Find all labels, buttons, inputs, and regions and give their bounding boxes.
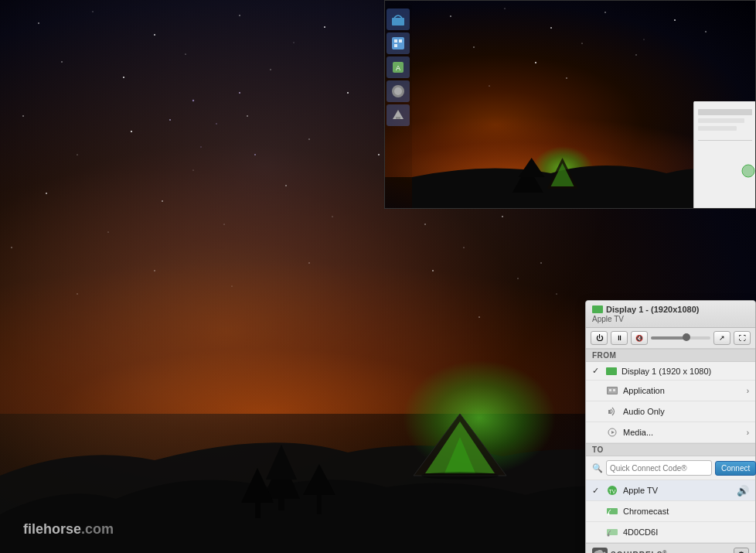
svg-point-9 [270,69,271,70]
svg-point-30 [169,119,171,121]
panel-title-row: Display 1 - (1920x1080) [592,305,749,314]
svg-rect-90 [613,389,615,391]
svg-point-14 [247,115,248,117]
svg-marker-93 [611,431,615,434]
media-arrow: › [747,428,749,437]
filehorse-text: filehorse [23,521,81,537]
svg-rect-83 [698,118,744,123]
svg-point-99 [608,534,610,537]
svg-point-54 [450,15,451,17]
apple-tv-label: Apple TV [623,486,732,495]
desktop-icon-4 [387,80,410,102]
svg-point-64 [705,31,707,32]
svg-rect-89 [609,389,611,391]
svg-point-62 [674,19,676,21]
section-to-label: TO [586,443,755,456]
audio-only-item[interactable]: Audio Only [586,401,755,422]
svg-point-66 [566,77,567,79]
svg-point-12 [131,131,132,132]
svg-point-21 [11,247,12,247]
mute-button[interactable]: 🔇 [631,331,648,345]
fullscreen-button[interactable]: ⛶ [734,331,751,345]
quick-connect-icon: 🔍 [592,463,603,473]
media-label: Media... [623,428,742,437]
svg-point-25 [192,100,194,101]
application-arrow: › [747,387,749,395]
svg-point-8 [324,26,325,28]
device3-label: 4D0CD6I [623,527,749,537]
svg-rect-80 [396,117,400,119]
svg-point-31 [424,224,426,225]
volume-handle[interactable] [683,333,690,341]
quick-connect-input[interactable] [606,460,712,476]
svg-point-15 [308,138,309,139]
display1-item[interactable]: ✓ Display 1 (1920 x 1080) [586,362,755,381]
device3-icon [606,526,618,538]
chromecast-label: Chromecast [623,507,749,516]
svg-point-65 [489,85,489,86]
application-label: Application [623,386,742,395]
svg-point-86 [742,165,754,177]
pause-button[interactable]: ⏸ [611,331,628,345]
svg-point-11 [77,154,77,155]
filehorse-com: .com [81,521,114,537]
panel-bottom: SQUIRRELS® ▪▪▪ ⚙ [586,543,755,553]
display-icon [592,306,603,313]
svg-rect-73 [394,39,397,43]
svg-point-55 [504,8,505,9]
desktop-icon-5 [387,104,410,126]
svg-point-4 [294,43,295,43]
svg-rect-82 [698,109,752,115]
svg-point-97 [608,514,610,516]
svg-point-61 [581,43,582,43]
media-icon [606,426,618,439]
svg-point-20 [347,92,349,94]
svg-rect-71 [392,18,404,26]
chromecast-item[interactable]: Chromecast [586,501,755,522]
svg-point-16 [46,193,47,194]
svg-point-2 [154,34,155,36]
svg-text:TV: TV [609,489,616,494]
svg-point-7 [185,53,186,54]
squirrels-logo: SQUIRRELS® [592,548,715,553]
apple-tv-item[interactable]: ✓ TV Apple TV 🔊 [586,480,755,501]
svg-point-1 [92,11,93,12]
svg-point-53 [421,472,499,480]
svg-point-17 [107,231,108,232]
quick-connect-row: 🔍 Connect [586,456,755,480]
svg-point-28 [200,146,201,147]
gear-button[interactable]: ⚙ [734,548,749,553]
svg-point-60 [535,62,536,63]
preview-panel [693,101,755,209]
application-item[interactable]: Application › [586,381,755,401]
svg-rect-84 [698,126,737,131]
svg-point-32 [463,247,464,247]
power-button[interactable]: ⏻ [591,331,608,345]
svg-point-18 [162,200,163,202]
svg-point-13 [193,170,194,171]
wifi-icon: ▪▪▪ [720,550,729,553]
device3-item[interactable]: 4D0CD6I [586,522,755,543]
check-apple-tv: ✓ [592,486,601,496]
desktop-icon-3: A [387,56,410,78]
svg-rect-74 [399,39,402,43]
squirrels-icon [592,548,608,553]
volume-slider[interactable] [651,336,710,340]
connect-button[interactable]: Connect [715,461,756,476]
svg-rect-72 [392,37,404,49]
svg-rect-91 [608,410,611,414]
svg-point-33 [502,216,503,217]
panel-controls: ⏻ ⏸ 🔇 ↗ ⛶ [586,328,755,349]
application-icon [606,384,618,397]
media-item[interactable]: Media... › [586,422,755,443]
cursor-button[interactable]: ↗ [713,331,730,345]
svg-point-59 [473,46,475,48]
panel-header: Display 1 - (1920x1080) Apple TV [586,301,755,328]
svg-point-0 [38,22,39,24]
svg-point-102 [597,550,603,553]
svg-rect-85 [698,140,752,141]
svg-rect-75 [394,44,397,47]
squirrels-text: SQUIRRELS® [611,550,668,553]
squirrels-reg: ® [662,550,667,553]
speaker-icon: 🔊 [737,485,749,497]
